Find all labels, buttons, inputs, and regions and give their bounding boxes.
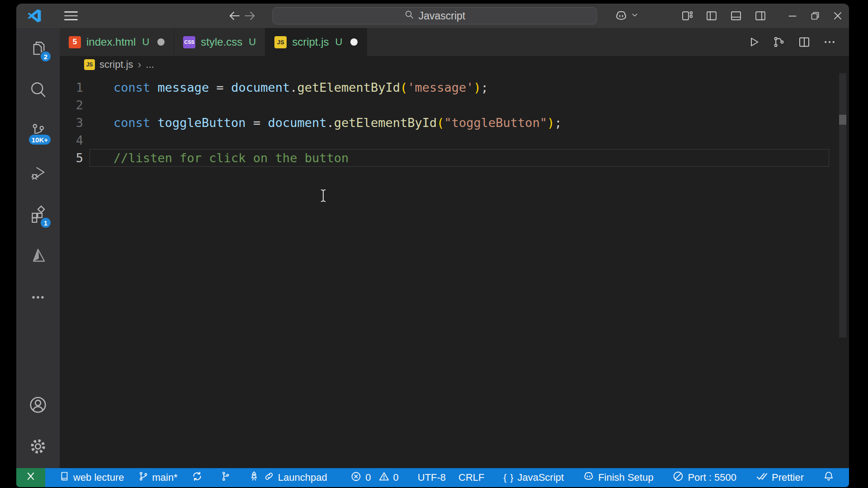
forward-arrow-icon[interactable]	[242, 8, 258, 23]
git-graph-icon	[220, 471, 231, 484]
tab-label: script.js	[292, 36, 329, 48]
toggle-sidebar-icon[interactable]	[703, 7, 721, 25]
code-text: //listen for click on the button	[89, 149, 349, 167]
rocket-icon	[248, 470, 260, 485]
git-branch-item[interactable]: main*	[136, 468, 179, 487]
minimize-button[interactable]	[781, 4, 804, 28]
problems-item[interactable]: 0 0	[349, 468, 401, 487]
vscode-window: Javascript 2	[16, 4, 849, 487]
html-file-icon: 5	[69, 36, 81, 48]
dirty-indicator[interactable]	[350, 38, 358, 46]
explorer-icon[interactable]: 2	[16, 28, 60, 70]
breadcrumb-chevron-icon: ›	[138, 58, 142, 71]
line-number: 2	[60, 96, 89, 114]
hamburger-menu-icon[interactable]	[64, 9, 78, 23]
tab-label: index.html	[86, 36, 136, 48]
code-line-2[interactable]: 2	[60, 96, 849, 114]
code-text: const toggleButton = document.getElement…	[89, 114, 562, 131]
settings-gear-icon[interactable]	[16, 427, 60, 468]
breadcrumb-symbol[interactable]: ...	[146, 59, 154, 70]
circle-slash-icon	[672, 470, 684, 485]
notifications-bell-item[interactable]	[821, 468, 836, 487]
run-file-button[interactable]	[746, 34, 761, 50]
double-check-icon	[755, 470, 768, 485]
editor[interactable]: 1const message = document.getElementById…	[60, 73, 849, 468]
live-server-port-item[interactable]: Port : 5500	[670, 468, 738, 487]
git-graph-item[interactable]	[218, 468, 233, 487]
vscode-logo-icon	[26, 8, 42, 24]
command-center-search[interactable]: Javascript	[273, 7, 597, 24]
activity-bar: 2 10K+ 1	[16, 28, 60, 468]
search-sidebar-icon[interactable]	[16, 70, 60, 111]
account-icon[interactable]	[16, 385, 60, 427]
sync-icon	[191, 470, 203, 485]
dirty-indicator[interactable]	[157, 38, 165, 46]
remote-indicator[interactable]	[16, 468, 45, 487]
search-icon	[404, 9, 414, 22]
encoding-item[interactable]: UTF-8	[416, 468, 448, 487]
source-control-icon[interactable]: 10K+	[16, 111, 60, 153]
extensions-icon[interactable]: 1	[16, 194, 60, 236]
more-views-icon[interactable]	[16, 277, 60, 319]
line-number: 1	[60, 79, 89, 96]
error-icon	[350, 471, 362, 485]
chevron-down-icon	[630, 10, 639, 21]
prettier-item[interactable]: Prettier	[754, 468, 806, 487]
tab-bar: 5 index.html U CSS style.css U JS script…	[60, 28, 849, 56]
tab-index-html[interactable]: 5 index.html U	[60, 28, 174, 56]
language-mode-item[interactable]: { } JavaScript	[502, 468, 566, 487]
extension-pyramid-icon[interactable]	[16, 236, 60, 277]
search-value: Javascript	[419, 10, 466, 22]
copilot-menu[interactable]	[612, 7, 639, 25]
run-debug-icon[interactable]	[16, 153, 60, 194]
extensions-badge: 1	[40, 217, 52, 229]
scrollbar[interactable]	[839, 73, 846, 338]
restore-button[interactable]	[804, 4, 826, 28]
close-button[interactable]	[826, 4, 849, 28]
source-control-actions-icon[interactable]	[771, 34, 787, 50]
line-number: 3	[60, 114, 89, 131]
book-icon	[59, 471, 70, 484]
bell-icon	[823, 470, 835, 485]
status-bar: web lecture main* Launchpad 0	[16, 468, 849, 487]
copilot-icon	[612, 7, 630, 25]
git-status-badge: U	[142, 36, 149, 48]
explorer-badge: 2	[40, 51, 52, 62]
git-status-badge: U	[335, 36, 343, 48]
code-text	[89, 131, 113, 149]
project-manager-item[interactable]: web lecture	[57, 468, 126, 487]
git-status-badge: U	[249, 36, 256, 48]
tab-style-css[interactable]: CSS style.css U	[174, 28, 265, 56]
gitlens-launchpad-item[interactable]: Launchpad	[246, 468, 329, 487]
title-bar: Javascript	[16, 4, 849, 28]
branch-icon	[138, 471, 149, 484]
breadcrumb-file[interactable]: script.js	[99, 59, 133, 70]
code-line-3[interactable]: 3const toggleButton = document.getElemen…	[60, 114, 849, 131]
braces-icon: { }	[504, 472, 514, 483]
line-number: 4	[60, 131, 89, 149]
code-line-5[interactable]: 5//listen for click on the button	[60, 149, 849, 167]
code-line-4[interactable]: 4	[60, 131, 849, 149]
warning-icon	[378, 471, 390, 485]
toggle-secondary-sidebar-icon[interactable]	[751, 7, 769, 25]
js-file-icon: JS	[274, 36, 287, 48]
toggle-panel-icon[interactable]	[727, 7, 745, 25]
copilot-icon	[583, 470, 594, 485]
copilot-setup-item[interactable]: Finish Setup	[581, 468, 655, 487]
scrollbar-thumb[interactable]	[839, 115, 846, 125]
js-file-icon: JS	[84, 59, 95, 70]
code-lines: 1const message = document.getElementById…	[60, 79, 849, 167]
editor-more-actions-button[interactable]	[822, 34, 837, 50]
tab-script-js[interactable]: JS script.js U	[265, 28, 367, 56]
code-line-1[interactable]: 1const message = document.getElementById…	[60, 79, 849, 96]
eol-item[interactable]: CRLF	[457, 468, 486, 487]
line-number: 5	[60, 149, 89, 167]
sync-changes-item[interactable]	[189, 468, 205, 487]
split-editor-button[interactable]	[797, 34, 812, 50]
source-control-badge: 10K+	[28, 134, 52, 145]
customize-layout-icon[interactable]	[678, 7, 696, 25]
link-icon	[264, 471, 274, 484]
back-arrow-icon[interactable]	[227, 8, 242, 23]
breadcrumb[interactable]: JS script.js › ...	[60, 56, 849, 73]
mouse-ibeam-cursor	[320, 189, 327, 204]
